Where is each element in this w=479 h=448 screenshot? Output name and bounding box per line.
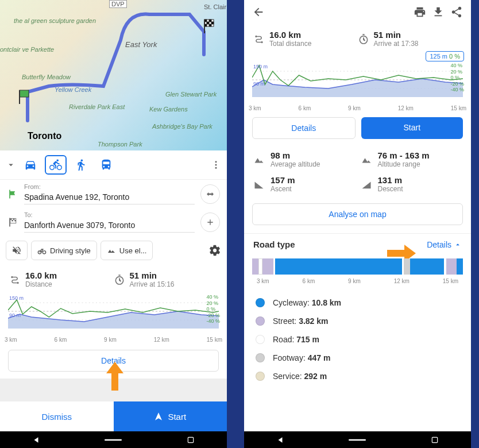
svg-rect-14: [10, 218, 11, 220]
road-type-bar[interactable]: [252, 258, 463, 275]
details-button[interactable]: Details: [252, 117, 356, 139]
settings-button[interactable]: [208, 244, 221, 257]
car-icon: [24, 159, 37, 171]
phone-right: 16.0 km Total distance 51 min Arrive at …: [244, 0, 471, 448]
stat-duration: 51 min Arrive at 15:16: [114, 271, 218, 288]
road-seg-cycleway: [275, 258, 401, 275]
from-input[interactable]: Spadina Avenue 192, Toronto: [24, 190, 195, 204]
sound-off-icon: [11, 245, 22, 256]
transport-modes-row: [0, 150, 227, 180]
bicycle-icon: [49, 159, 62, 171]
from-label: From:: [24, 183, 195, 190]
mode-bicycle[interactable]: [45, 155, 67, 175]
road-seg-street: [252, 258, 258, 275]
arrive-label: Arrive at 17:38: [374, 40, 419, 48]
flag-icon: [7, 188, 18, 200]
map-label-creek: Yellow Creek: [55, 86, 91, 93]
stopwatch-icon: [114, 271, 125, 288]
elev-alt-labels: 150 m 90 m: [253, 64, 268, 87]
legend-dot: [256, 372, 265, 381]
options-row: Driving style Use el...: [0, 236, 227, 265]
stat-distance: 16.0 km Distance: [9, 271, 114, 288]
road-seg-footway: [404, 258, 410, 275]
svg-rect-30: [349, 439, 366, 441]
svg-rect-24: [105, 439, 122, 441]
map-label-highway: DVP: [109, 0, 127, 8]
dismiss-button[interactable]: Dismiss: [0, 401, 114, 431]
elevation-chart[interactable]: 125 m 0 % 150 m 90 m 40 %20 %0 %-20 %-40…: [244, 63, 471, 104]
download-button[interactable]: [432, 6, 445, 18]
nav-back-icon[interactable]: [32, 436, 40, 444]
to-input[interactable]: Danforth Avenue 3079, Toronto: [24, 218, 195, 233]
start-label: Start: [168, 412, 186, 422]
top-bar: [244, 0, 471, 24]
legend-footway: Footway: 447 m: [256, 349, 459, 367]
driving-style-button[interactable]: Driving style: [31, 241, 97, 260]
legend-dot: [256, 353, 265, 362]
plus-icon: [206, 218, 215, 227]
svg-rect-17: [14, 219, 16, 221]
legend-cycleway: Cycleway: 10.8 km: [256, 293, 459, 312]
map-label-park: Butterfly Meadow: [22, 74, 71, 80]
to-row: To: Danforth Avenue 3079, Toronto: [0, 208, 227, 236]
annotation-arrow-icon: [103, 362, 126, 392]
road-type-details-link[interactable]: Details: [427, 240, 462, 249]
duration-value: 51 min: [130, 271, 175, 280]
stat-duration: 51 min Arrive at 17:38: [358, 30, 462, 48]
map-label-park: Riverdale Park East: [69, 103, 125, 110]
to-label: To:: [24, 211, 195, 218]
svg-rect-6: [211, 22, 214, 24]
legend-street: Street: 3.82 km: [256, 312, 459, 330]
share-button[interactable]: [450, 6, 463, 18]
start-button[interactable]: Start: [114, 401, 227, 431]
nav-home-icon[interactable]: [105, 436, 122, 444]
chevron-up-icon: [454, 241, 462, 249]
svg-rect-16: [11, 219, 13, 221]
print-button[interactable]: [414, 6, 426, 18]
ascent-icon: [253, 175, 265, 193]
distance-label: Total distance: [269, 40, 311, 48]
stat-altitude-range: 76 m - 163 mAltitude range: [361, 150, 462, 168]
svg-rect-8: [209, 24, 211, 26]
map-label-park: Kew Gardens: [149, 106, 188, 113]
mode-walk[interactable]: [70, 155, 92, 175]
road-seg-street: [262, 258, 273, 275]
arrive-label: Arrive at 15:16: [130, 280, 175, 288]
action-buttons: Details Start: [244, 111, 471, 145]
nav-recent-icon[interactable]: [187, 436, 195, 444]
route-icon: [9, 271, 21, 288]
svg-rect-15: [13, 218, 15, 220]
road-type-legend: Cycleway: 10.8 km Street: 3.82 km Road: …: [244, 290, 471, 389]
nav-recent-icon[interactable]: [431, 436, 439, 444]
stats-row: 16.0 km Total distance 51 min Arrive at …: [244, 24, 471, 53]
distance-label: Distance: [25, 280, 57, 288]
mode-car[interactable]: [20, 155, 41, 175]
road-seg-cycleway: [457, 258, 463, 275]
map-label-park: Ashbridge's Bay Park: [152, 123, 213, 130]
stats-row: 16.0 km Distance 51 min Arrive at 15:16: [0, 265, 227, 294]
android-navbar: [0, 431, 227, 448]
elevation-toggle[interactable]: Use el...: [101, 241, 153, 260]
collapse-icon[interactable]: [6, 159, 16, 171]
map-label-area: East York: [125, 40, 157, 49]
add-waypoint-button[interactable]: [200, 213, 220, 232]
stat-avg-altitude: 98 mAverage altitude: [253, 150, 355, 168]
back-button[interactable]: [252, 6, 265, 18]
start-button[interactable]: Start: [361, 117, 463, 139]
nav-back-icon[interactable]: [276, 436, 284, 444]
elevation-label: Use el...: [119, 246, 147, 255]
svg-point-10: [215, 161, 217, 163]
nav-home-icon[interactable]: [349, 436, 366, 444]
swap-button[interactable]: [200, 184, 220, 204]
bicycle-icon: [37, 246, 47, 255]
elevation-svg: [8, 294, 219, 329]
more-icon[interactable]: [211, 159, 221, 171]
elev-x-axis: 3 km6 km9 km12 km15 km: [244, 104, 471, 111]
mode-transit[interactable]: [95, 155, 117, 175]
legend-dot: [256, 335, 265, 344]
map[interactable]: Toronto East York the al green sculpture…: [0, 0, 227, 150]
elevation-chart[interactable]: 150 m 90 m 40 %20 %0 %-20 %-40 %: [0, 294, 227, 335]
sound-toggle[interactable]: [6, 241, 28, 260]
distance-value: 16.0 km: [269, 30, 311, 40]
analyse-button[interactable]: Analyse on map: [252, 203, 463, 225]
